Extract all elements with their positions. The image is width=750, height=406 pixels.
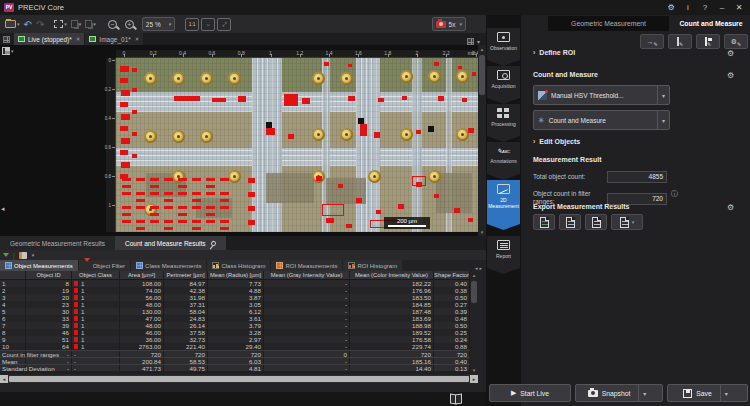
- column-header[interactable]: Area [µm²]: [120, 271, 164, 279]
- select-tool-button[interactable]: ▾: [52, 17, 69, 32]
- table-row[interactable]: 739148.0026.143.79-188.980.50: [0, 322, 470, 329]
- fullscreen-button[interactable]: ⤢: [217, 18, 231, 31]
- help-book-icon[interactable]: [450, 394, 462, 403]
- gallery-icon[interactable]: [467, 38, 474, 45]
- column-header[interactable]: Shape Factor: [434, 271, 470, 279]
- help-icon[interactable]: ?: [698, 1, 712, 14]
- undo-button[interactable]: ↶: [22, 17, 34, 32]
- scroll-thumb[interactable]: [479, 55, 485, 95]
- table-row[interactable]: 846146.0037.583.28-189.520.25: [0, 329, 470, 336]
- info-circle-icon[interactable]: ⓘ: [671, 189, 678, 199]
- define-roi-gear-icon[interactable]: ⚙: [727, 49, 734, 58]
- close-tab-icon[interactable]: ✕: [76, 36, 81, 42]
- nav-2d-measurement[interactable]: 2D Measurement: [487, 180, 520, 230]
- fit-to-window-button[interactable]: ⇔: [201, 18, 215, 31]
- threshold-method-dropdown[interactable]: Manual HSV Threshold... ▾: [533, 85, 670, 105]
- paste-button[interactable]: ▾: [83, 17, 98, 32]
- tab-geometric-results[interactable]: Geometric Measurement Results: [0, 236, 115, 250]
- summary-row[interactable]: Mean--200.8458.536.03-185.160.40: [0, 357, 470, 364]
- actual-size-button[interactable]: 1:1: [185, 18, 199, 31]
- summary-row[interactable]: Standard Deviation--471.7349.754.81-14.4…: [0, 364, 470, 371]
- tab-list-dropdown-icon[interactable]: ▾: [477, 38, 480, 45]
- apply-roi-button[interactable]: →✎: [640, 34, 664, 49]
- export-csv-button[interactable]: [559, 214, 581, 230]
- subtab-object-measurements[interactable]: Object Measurements: [0, 260, 78, 271]
- column-header[interactable]: Mean (Gray Intensity Value): [264, 271, 350, 279]
- tab-count-measure-results[interactable]: Count and Measure Results: [115, 236, 226, 250]
- subtab-roi-measurements[interactable]: ROI Measurements: [271, 260, 342, 271]
- snapshot-button[interactable]: Snapshot ▾: [575, 384, 663, 402]
- subtab-roi-histogram[interactable]: ROI Histogram: [343, 260, 402, 271]
- scroll-left-icon[interactable]: ◂: [0, 375, 8, 383]
- column-header[interactable]: Object Class: [72, 271, 120, 279]
- count-measure-dropdown[interactable]: ✳ Count and Measure ▾: [533, 110, 670, 130]
- nav-processing[interactable]: Processing: [487, 104, 520, 142]
- column-header[interactable]: [0, 271, 26, 279]
- roi-settings-button[interactable]: ⚙✎: [724, 34, 748, 49]
- column-header[interactable]: Mean (Color Intensity Value): [350, 271, 434, 279]
- table-vertical-scrollbar[interactable]: ▴ ▾: [470, 271, 478, 374]
- chevron-down-icon[interactable]: ▾: [638, 385, 650, 401]
- column-header[interactable]: Object ID: [26, 271, 72, 279]
- scroll-thumb[interactable]: [9, 376, 469, 382]
- tab-image-01[interactable]: Image_01* ✕: [85, 33, 143, 45]
- scroll-right-icon[interactable]: ▸: [470, 375, 478, 383]
- summary-row[interactable]: Count in filter ranges--7207207200720720: [0, 350, 470, 357]
- table-horizontal-scrollbar[interactable]: ◂ ▸: [0, 375, 478, 383]
- subtab-class-histogram[interactable]: Class Histogram: [207, 260, 270, 271]
- layout-icon[interactable]: [3, 36, 10, 43]
- zoom-out-button[interactable]: −: [106, 17, 119, 32]
- subtab-class-measurements[interactable]: Class Measurements: [131, 260, 206, 271]
- export-gear-icon[interactable]: ⚙: [727, 203, 734, 212]
- define-roi-section[interactable]: › Define ROI: [533, 49, 575, 56]
- class-color-dropdown-icon[interactable]: ▾: [32, 252, 35, 258]
- count-measure-gear-icon[interactable]: ⚙: [727, 71, 734, 80]
- table-row[interactable]: 106412763.00221.4029.40-229.740.88: [0, 343, 470, 350]
- export-text-button[interactable]: [585, 214, 607, 230]
- table-row[interactable]: 5301130.0058.046.12-187.480.39: [0, 308, 470, 315]
- info-icon[interactable]: i: [681, 1, 695, 14]
- edit-objects-section[interactable]: › Edit Objects: [533, 138, 580, 145]
- table-row[interactable]: 423148.0037.313.05-184.850.27: [0, 301, 470, 308]
- pin-icon[interactable]: [210, 239, 217, 246]
- column-header[interactable]: Mean (Radius) [µm]: [208, 271, 264, 279]
- nav-observation[interactable]: Observation: [487, 28, 520, 66]
- tab-live[interactable]: Live (stopped)* ✕: [14, 33, 84, 45]
- table-row[interactable]: 181108.0084.977.73-182.220.40: [0, 280, 470, 287]
- column-header[interactable]: Perimeter [µm]: [164, 271, 208, 279]
- close-tab-icon[interactable]: ✕: [135, 36, 140, 42]
- filter-icon[interactable]: [3, 253, 9, 257]
- zoom-in-button[interactable]: +: [123, 17, 136, 32]
- subtab-scroll-right-icon[interactable]: ▸: [479, 265, 482, 271]
- export-excel-button[interactable]: [533, 214, 555, 230]
- tab-count-and-measure[interactable]: Count and Measure: [672, 16, 750, 31]
- table-row[interactable]: 951136.0032.732.97-176.580.24: [0, 336, 470, 343]
- scroll-up-icon[interactable]: ▴: [470, 271, 478, 279]
- canvas-vertical-scrollbar[interactable]: ▴ ▾: [478, 45, 486, 236]
- nav-acquisition[interactable]: Acquisition: [487, 66, 520, 104]
- zoom-level-select[interactable]: 25 % ▾: [142, 17, 175, 31]
- tab-geometric-measurement[interactable]: Geometric Measurement: [548, 16, 669, 31]
- open-image-button[interactable]: ▾: [3, 17, 22, 32]
- quick-save-button[interactable]: ▾: [2, 47, 14, 55]
- microscope-image[interactable]: 200 µm: [116, 58, 478, 232]
- collapse-panel-icon[interactable]: ◂: [1, 205, 5, 213]
- subtab-object-filter[interactable]: Object Filter: [79, 260, 130, 271]
- scroll-down-icon[interactable]: ▾: [470, 366, 478, 374]
- nav-annotations[interactable]: ✎ABC Annotations: [487, 142, 520, 180]
- table-row[interactable]: 219174.0042.384.88-176.960.38: [0, 287, 470, 294]
- save-roi-button[interactable]: ✎: [696, 34, 720, 49]
- class-color-icon[interactable]: [19, 252, 27, 259]
- redo-button[interactable]: ↷: [34, 17, 46, 32]
- nav-report[interactable]: Report: [487, 236, 520, 274]
- close-button[interactable]: ✕: [732, 1, 746, 14]
- copy-button[interactable]: ▾: [69, 17, 84, 32]
- start-live-button[interactable]: ▶ Start Live: [489, 384, 571, 402]
- scroll-down-icon[interactable]: ▾: [478, 228, 486, 236]
- scroll-up-icon[interactable]: ▴: [478, 45, 486, 53]
- settings-gear-icon[interactable]: ⚙: [664, 1, 678, 14]
- copy-roi-button[interactable]: ✎: [668, 34, 692, 49]
- chevron-down-icon[interactable]: ▾: [720, 385, 732, 401]
- magnification-select[interactable]: 5x ▾: [432, 17, 466, 31]
- table-row[interactable]: 633147.0024.833.61-183.690.48: [0, 315, 470, 322]
